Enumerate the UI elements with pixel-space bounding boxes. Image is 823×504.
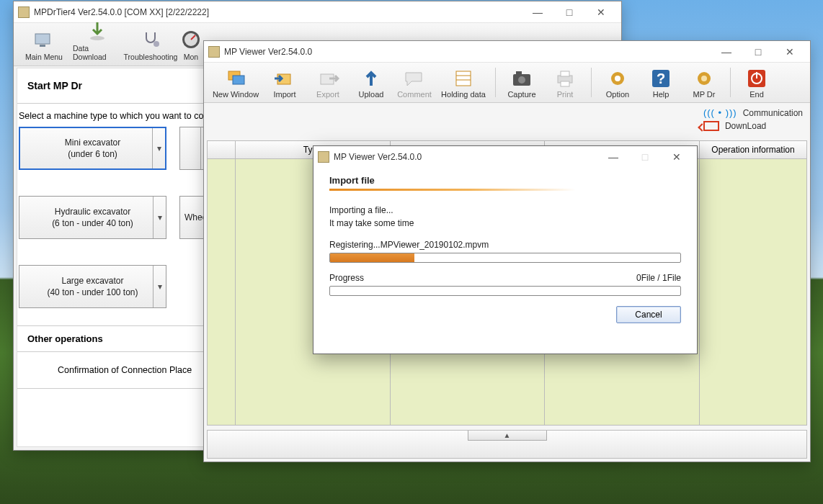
- tb-main-menu[interactable]: Main Menu: [18, 27, 70, 63]
- tb-label: Help: [653, 90, 669, 99]
- progress-bar-total: [329, 286, 681, 296]
- mpviewer-titlebar[interactable]: MP Viewer Ver2.54.0.0 — □ ✕: [204, 41, 810, 63]
- svg-rect-10: [456, 71, 471, 86]
- minimize-button[interactable]: —: [711, 42, 742, 62]
- tb-label: Export: [316, 90, 339, 99]
- tb-export[interactable]: Export: [306, 66, 350, 100]
- tb-label: New Window: [213, 90, 259, 99]
- tb-label: Holding data: [441, 90, 486, 99]
- collapse-up-button[interactable]: ▲: [468, 431, 547, 441]
- svg-point-20: [615, 76, 620, 81]
- import-icon: [273, 67, 296, 90]
- machine-sub: (40 ton - under 100 ton): [47, 287, 138, 297]
- close-button[interactable]: ✕: [585, 2, 617, 22]
- tb-mpdr[interactable]: MP Dr: [682, 66, 726, 100]
- download-icon: [86, 19, 109, 42]
- machine-label: Mini excavator: [65, 138, 120, 148]
- machine-mini-excavator[interactable]: Mini excavator(under 6 ton) ▾: [19, 127, 166, 170]
- download-icon: [703, 121, 719, 131]
- svg-text:?: ?: [657, 71, 665, 86]
- monitor-icon: [32, 28, 55, 51]
- mpviewer-title: MP Viewer Ver2.54.0.0: [224, 47, 312, 57]
- wait-text: It may take some time: [329, 218, 681, 228]
- machine-label: Hydraulic excavator: [55, 207, 130, 217]
- upload-icon: [360, 67, 383, 90]
- mpviewer-toolbar: New Window Import Export Upload Comment …: [204, 63, 810, 103]
- app-icon: [18, 6, 30, 18]
- tb-new-window[interactable]: New Window: [208, 66, 263, 100]
- tb-mon[interactable]: Mon: [178, 27, 204, 63]
- maximize-button[interactable]: □: [553, 2, 585, 22]
- svg-rect-0: [35, 34, 50, 44]
- col-operation[interactable]: Operation information: [699, 140, 807, 159]
- mpdr-title: MPDrTier4 Ver2.54.0.0 [COM XX] [2/22/222…: [34, 7, 209, 17]
- gear-icon: [606, 67, 629, 90]
- tb-import[interactable]: Import: [263, 66, 306, 100]
- svg-rect-7: [233, 76, 244, 84]
- minimize-button[interactable]: —: [522, 2, 553, 22]
- progress-count: 0File / 1File: [636, 273, 681, 283]
- cancel-button[interactable]: Cancel: [616, 306, 681, 323]
- dialog-header: Import file: [329, 175, 681, 186]
- tb-print[interactable]: Print: [543, 66, 587, 100]
- tb-label: Data Download: [73, 44, 122, 61]
- dropdown-icon[interactable]: ▾: [153, 266, 166, 307]
- dialog-body: Import file Importing a file... It may t…: [313, 168, 697, 332]
- svg-rect-1: [40, 45, 45, 47]
- tb-capture[interactable]: Capture: [500, 66, 543, 100]
- gear-gold-icon: [693, 67, 716, 90]
- help-icon: ?: [649, 67, 672, 90]
- holding-icon: [452, 67, 475, 90]
- communication-icon: ((( • ))): [703, 107, 737, 118]
- dialog-title: MP Viewer Ver2.54.0.0: [334, 152, 422, 162]
- print-icon: [553, 67, 577, 90]
- svg-rect-18: [561, 81, 569, 86]
- tb-help[interactable]: ? Help: [639, 66, 682, 100]
- machine-sub: (under 6 ton): [68, 149, 117, 159]
- tb-label: Mon: [184, 53, 198, 61]
- dialog-titlebar[interactable]: MP Viewer Ver2.54.0.0 — □ ✕: [313, 146, 697, 168]
- power-icon: [745, 67, 768, 90]
- tb-upload[interactable]: Upload: [350, 66, 393, 100]
- svg-point-14: [518, 76, 525, 84]
- close-button[interactable]: ✕: [661, 147, 693, 167]
- status-comm: Communication: [743, 108, 803, 118]
- dropdown-icon[interactable]: ▾: [152, 128, 165, 168]
- app-icon: [208, 46, 220, 58]
- tb-troubleshooting[interactable]: Troubleshooting: [125, 27, 177, 63]
- tb-label: Upload: [359, 90, 384, 99]
- svg-point-24: [701, 76, 707, 81]
- export-icon: [316, 67, 339, 90]
- svg-rect-17: [561, 71, 569, 76]
- tb-option[interactable]: Option: [596, 66, 639, 100]
- stethoscope-icon: [139, 28, 162, 51]
- tb-label: End: [749, 90, 764, 99]
- progress-label: Progress: [329, 273, 364, 283]
- tb-comment[interactable]: Comment: [393, 66, 436, 100]
- registering-text: Registering...MPViewer_20190102.mpvm: [329, 240, 681, 250]
- close-button[interactable]: ✕: [774, 42, 806, 62]
- tb-label: Option: [606, 90, 629, 99]
- pager-bar: ▲: [207, 430, 807, 459]
- maximize-button[interactable]: □: [742, 42, 774, 62]
- divider: [329, 189, 681, 191]
- minimize-button[interactable]: —: [597, 147, 629, 167]
- maximize-button: □: [629, 147, 661, 167]
- svg-rect-15: [516, 71, 522, 75]
- machine-hydraulic-excavator[interactable]: Hydraulic excavator(6 ton - under 40 ton…: [19, 196, 166, 239]
- dropdown-icon[interactable]: ▾: [153, 197, 166, 238]
- tb-end[interactable]: End: [735, 66, 778, 100]
- tb-data-download[interactable]: Data Download: [71, 18, 123, 63]
- separator: [495, 68, 496, 97]
- progress-bar-file: [329, 253, 681, 263]
- machine-large-excavator[interactable]: Large excavator(40 ton - under 100 ton) …: [19, 265, 166, 308]
- separator: [730, 68, 731, 97]
- col-blank[interactable]: [207, 140, 236, 159]
- status-download: DownLoad: [725, 121, 766, 131]
- comment-icon: [403, 67, 426, 90]
- tb-holding-data[interactable]: Holding data: [436, 66, 491, 100]
- machine-label: Large excavator: [61, 276, 123, 286]
- importing-text: Importing a file...: [329, 205, 681, 215]
- tb-label: Import: [273, 90, 295, 99]
- new-window-icon: [224, 67, 247, 90]
